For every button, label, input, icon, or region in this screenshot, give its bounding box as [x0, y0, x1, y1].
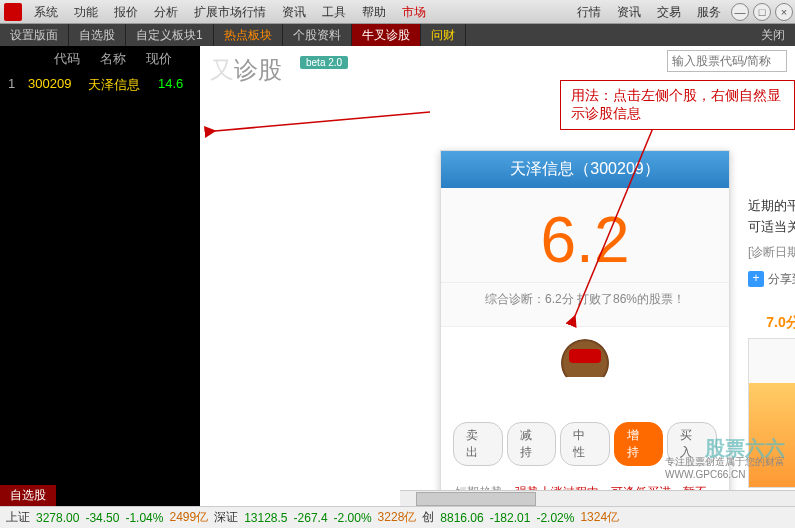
- menu-system[interactable]: 系统: [26, 0, 66, 24]
- titlebar: 系统 功能 报价 分析 扩展市场行情 资讯 工具 帮助 市场 行情 资讯 交易 …: [0, 0, 795, 24]
- menu-function[interactable]: 功能: [66, 0, 106, 24]
- mascot: [441, 327, 729, 414]
- menu-quote[interactable]: 报价: [106, 0, 146, 24]
- sb-sz-val: 13128.5: [244, 511, 287, 525]
- sb-sh-vol: 2499亿: [169, 509, 208, 526]
- search-input[interactable]: [667, 50, 787, 72]
- summary-text: 近期的平均成本为14.99元，股价在此者可适当关注。该公司运营状况尚可: [748, 196, 795, 238]
- action-reduce[interactable]: 减持: [507, 422, 557, 466]
- tab-custom1[interactable]: 自定义板块1: [126, 24, 214, 46]
- sb-sz-label: 深证: [214, 509, 238, 526]
- usage-hint: 用法：点击左侧个股，右侧自然显示诊股信息: [560, 80, 795, 130]
- bar-1-score: 7.0分: [748, 314, 795, 332]
- tab-stockinfo[interactable]: 个股资料: [283, 24, 352, 46]
- sb-sh-val: 3278.00: [36, 511, 79, 525]
- sb-cy-val: 8816.06: [440, 511, 483, 525]
- tab-hotspot[interactable]: 热点板块: [214, 24, 283, 46]
- sb-sh-chg: -34.50: [85, 511, 119, 525]
- tab-diagnosis[interactable]: 牛叉诊股: [352, 24, 421, 46]
- left-panel: 代码 名称 现价 1 300209 天泽信息 14.6 自选股: [0, 46, 200, 506]
- tabbar: 设置版面 自选股 自定义板块1 热点板块 个股资料 牛叉诊股 问财 关闭: [0, 24, 795, 46]
- col-code: 代码: [54, 50, 100, 68]
- svg-line-0: [215, 112, 430, 131]
- menu-help[interactable]: 帮助: [354, 0, 394, 24]
- stock-row[interactable]: 1 300209 天泽信息 14.6: [0, 72, 200, 98]
- menu-market[interactable]: 市场: [394, 0, 434, 24]
- sb-cy-label: 创: [422, 509, 434, 526]
- tab-layout[interactable]: 设置版面: [0, 24, 69, 46]
- share-row: + 分享到： 20: [748, 271, 795, 288]
- stock-price: 14.6: [158, 76, 183, 94]
- menu-tools[interactable]: 工具: [314, 0, 354, 24]
- sb-sh-label: 上证: [6, 509, 30, 526]
- maximize-button[interactable]: □: [753, 3, 771, 21]
- menu-news[interactable]: 资讯: [274, 0, 314, 24]
- col-price: 现价: [146, 50, 192, 68]
- score-value: 6.2: [441, 208, 729, 272]
- tab-wencai[interactable]: 问财: [421, 24, 466, 46]
- sb-cy-chg: -182.01: [490, 511, 531, 525]
- main-area: 代码 名称 现价 1 300209 天泽信息 14.6 自选股 又诊股 beta…: [0, 46, 795, 506]
- plus-icon[interactable]: +: [748, 271, 764, 287]
- right-panel: 又诊股 beta 2.0 用法：点击左侧个股，右侧自然显示诊股信息 天泽信息（3…: [200, 46, 795, 506]
- page-title: 又诊股: [210, 54, 282, 86]
- menu-service[interactable]: 服务: [689, 0, 729, 24]
- sb-cy-vol: 1324亿: [580, 509, 619, 526]
- stock-code: 300209: [28, 76, 88, 94]
- diagnosis-date: [诊断日期：2020年10月23日 16:39]: [748, 244, 795, 261]
- sb-cy-pct: -2.02%: [536, 511, 574, 525]
- app-icon: [4, 3, 22, 21]
- menu-trade[interactable]: 交易: [649, 0, 689, 24]
- close-button[interactable]: ×: [775, 3, 793, 21]
- bottom-tag-watchlist[interactable]: 自选股: [0, 485, 56, 506]
- column-headers: 代码 名称 现价: [0, 46, 200, 72]
- col-name: 名称: [100, 50, 146, 68]
- sb-sz-vol: 3228亿: [378, 509, 417, 526]
- action-sell[interactable]: 卖出: [453, 422, 503, 466]
- stock-name: 天泽信息: [88, 76, 158, 94]
- card-header: 天泽信息（300209）: [441, 151, 729, 188]
- watermark-sub: 专注股票创造属于您的财富WWW.GPC66.CN: [665, 455, 785, 480]
- action-neutral[interactable]: 中性: [560, 422, 610, 466]
- tabs-close[interactable]: 关闭: [751, 27, 795, 44]
- annotation-arrow-left: [210, 106, 440, 139]
- tab-watchlist[interactable]: 自选股: [69, 24, 126, 46]
- action-increase[interactable]: 增持: [614, 422, 664, 466]
- score-box: 6.2 综合诊断：6.2分 打败了86%的股票！: [441, 188, 729, 327]
- menu-analysis[interactable]: 分析: [146, 0, 186, 24]
- menu-zixun[interactable]: 资讯: [609, 0, 649, 24]
- minimize-button[interactable]: —: [731, 3, 749, 21]
- share-label: 分享到：: [768, 271, 795, 288]
- score-desc: 综合诊断：6.2分 打败了86%的股票！: [441, 282, 729, 316]
- beta-badge: beta 2.0: [300, 56, 348, 69]
- statusbar: 上证 3278.00 -34.50 -1.04% 2499亿 深证 13128.…: [0, 506, 795, 528]
- sb-sz-chg: -267.4: [294, 511, 328, 525]
- sb-sh-pct: -1.04%: [125, 511, 163, 525]
- sb-sz-pct: -2.00%: [334, 511, 372, 525]
- menu-hangqing[interactable]: 行情: [569, 0, 609, 24]
- diagnosis-card: 天泽信息（300209） 6.2 综合诊断：6.2分 打败了86%的股票！ 卖出…: [440, 150, 730, 506]
- bull-icon: [555, 339, 615, 399]
- row-index: 1: [8, 76, 28, 94]
- scrollbar-thumb[interactable]: [416, 492, 536, 506]
- horizontal-scrollbar[interactable]: [400, 490, 795, 506]
- menu-extmarket[interactable]: 扩展市场行情: [186, 0, 274, 24]
